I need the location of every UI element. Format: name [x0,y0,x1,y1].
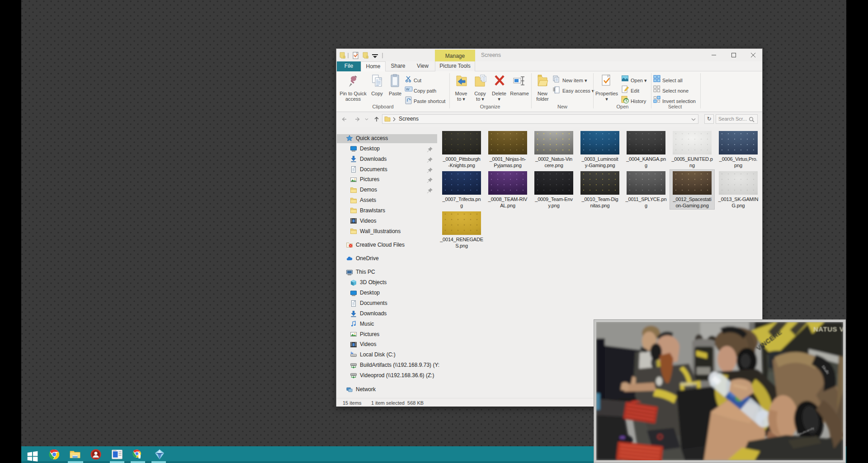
svg-text:W: W [406,87,410,91]
